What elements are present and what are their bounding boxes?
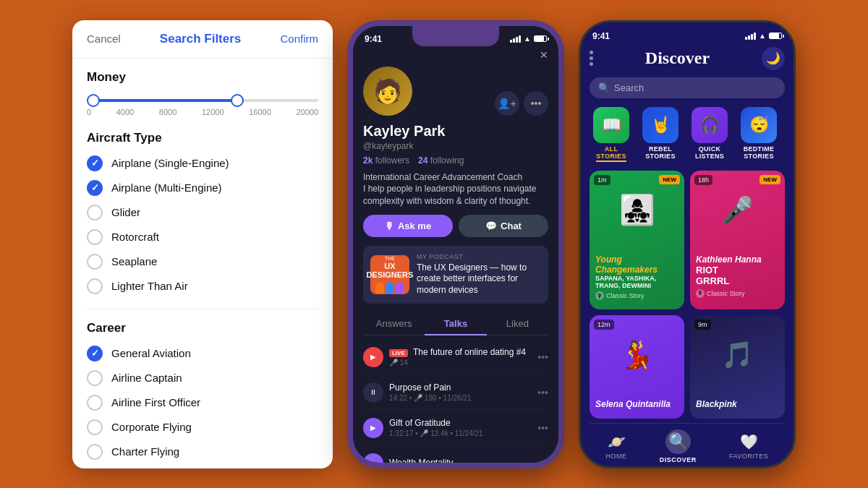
category-quick-listens[interactable]: 🎧 QUICKLISTENS bbox=[688, 107, 731, 162]
more-options-icon[interactable]: ••• bbox=[537, 422, 548, 434]
podcast-card[interactable]: THE UXDESIGNERS MY PODCAST The UX Design… bbox=[363, 246, 548, 304]
close-icon[interactable]: ✕ bbox=[540, 49, 548, 61]
nav-item-home[interactable]: 🪐 HOME bbox=[606, 433, 627, 460]
card-selena-quintanilla[interactable]: 12m 💃 Selena Quintanilla bbox=[590, 315, 684, 419]
search-filters-panel: Cancel Search Filters Confirm Money 0 40… bbox=[72, 20, 333, 468]
discover-phone: 9:41 ▲ Dis bbox=[579, 20, 796, 468]
profile-name: Kayley Park bbox=[363, 123, 548, 140]
discover-header: Discover 🌙 bbox=[590, 44, 785, 70]
list-item[interactable]: Seaplane bbox=[87, 254, 318, 270]
checkbox-lighter-than-air[interactable] bbox=[87, 278, 103, 294]
checkbox-general-aviation[interactable] bbox=[87, 346, 103, 361]
play-button[interactable]: ▶ bbox=[363, 347, 383, 367]
profile-top-actions: ✕ bbox=[363, 48, 548, 61]
menu-dots-icon[interactable] bbox=[590, 51, 593, 66]
more-options-icon[interactable]: ••• bbox=[537, 387, 548, 398]
checkbox-airplane-multi[interactable] bbox=[87, 180, 103, 196]
list-item: ⏸ Purpose of Pain 14:22 • 🎤 190 • 11/26/… bbox=[363, 377, 548, 409]
discover-title: Discover bbox=[645, 48, 710, 68]
checkbox-airline-captain[interactable] bbox=[87, 370, 103, 386]
checkbox-glider[interactable] bbox=[87, 205, 103, 221]
confirm-button[interactable]: Confirm bbox=[280, 33, 318, 45]
talk-title: Wealth Mentality bbox=[389, 458, 532, 463]
quick-listens-icon: 🎧 bbox=[692, 107, 728, 143]
checkbox-airplane-single[interactable] bbox=[87, 155, 103, 171]
card-badge: NEW bbox=[760, 175, 780, 184]
signal-bars-icon bbox=[745, 33, 756, 40]
tab-liked[interactable]: Liked bbox=[487, 312, 548, 335]
checkbox-seaplane[interactable] bbox=[87, 254, 103, 270]
list-item[interactable]: Airline Captain bbox=[87, 370, 318, 386]
nav-item-favorites[interactable]: 🤍 FAVORITES bbox=[729, 433, 768, 460]
search-bar[interactable]: 🔍 Search bbox=[590, 77, 785, 98]
discover-cards-grid: 1m NEW 👩‍👧‍👧 Young Changemakers SAPANA, … bbox=[590, 171, 785, 419]
play-button[interactable]: ▶ bbox=[363, 418, 383, 438]
chat-icon: 💬 bbox=[485, 221, 497, 231]
category-bedtime-stories[interactable]: 😴 BEDTIMESTORIES bbox=[737, 107, 780, 162]
moon-button[interactable]: 🌙 bbox=[762, 47, 785, 70]
nav-label: FAVORITES bbox=[729, 453, 768, 460]
slider-thumb-left[interactable] bbox=[87, 94, 100, 107]
discover-time: 9:41 bbox=[592, 31, 610, 41]
card-kathleen-hanna[interactable]: 18h NEW 🎤 Kathleen Hanna RIOTGRRRL 🎙 Cla… bbox=[690, 171, 785, 309]
career-checkbox-group: General Aviation Airline Captain Airline… bbox=[87, 346, 318, 460]
list-item[interactable]: Rotorcraft bbox=[87, 229, 318, 245]
battery-icon bbox=[534, 35, 547, 42]
discover-status-bar: 9:41 ▲ bbox=[581, 22, 793, 44]
list-item[interactable]: Glider bbox=[87, 205, 318, 221]
checkbox-airline-first-officer[interactable] bbox=[87, 395, 103, 411]
aircraft-checkbox-group: Airplane (Single-Engine) Airplane (Multi… bbox=[87, 155, 318, 294]
checkbox-rotorcraft[interactable] bbox=[87, 229, 103, 245]
profile-stats: 2k followers 24 following bbox=[363, 155, 548, 166]
favorites-icon: 🤍 bbox=[740, 433, 758, 450]
list-item: ▶ LIVE The future of online dating #4 🎤 … bbox=[363, 341, 548, 374]
search-input[interactable]: Search bbox=[614, 82, 644, 93]
nav-label: DISCOVER bbox=[660, 456, 697, 463]
play-button[interactable]: ▶ bbox=[363, 453, 383, 463]
chat-button[interactable]: 💬 Chat bbox=[459, 215, 548, 237]
podcast-info: MY PODCAST The UX Designers — how to cre… bbox=[417, 253, 541, 296]
card-type-badge: 🎙 Classic Story bbox=[595, 291, 678, 300]
discover-icon: 🔍 bbox=[668, 432, 688, 450]
pause-button[interactable]: ⏸ bbox=[363, 382, 383, 403]
card-young-changemakers[interactable]: 1m NEW 👩‍👧‍👧 Young Changemakers SAPANA, … bbox=[590, 171, 684, 309]
checkbox-charter-flying[interactable] bbox=[87, 444, 103, 460]
list-item[interactable]: Airplane (Single-Engine) bbox=[87, 155, 318, 171]
home-icon: 🪐 bbox=[608, 433, 626, 450]
list-item[interactable]: Charter Flying bbox=[87, 444, 318, 460]
cancel-button[interactable]: Cancel bbox=[87, 33, 121, 45]
card-time: 1m bbox=[594, 175, 610, 185]
avatar: 🧑 bbox=[363, 67, 412, 116]
list-item[interactable]: Lighter Than Air bbox=[87, 278, 318, 294]
profile-action-buttons: 👤+ ••• bbox=[495, 91, 548, 116]
more-options-button[interactable]: ••• bbox=[524, 91, 548, 116]
rebel-stories-icon: 🤘 bbox=[642, 107, 678, 143]
more-options-icon[interactable]: ••• bbox=[537, 351, 548, 363]
more-options-icon[interactable]: ••• bbox=[537, 458, 548, 463]
category-all-stories[interactable]: 📖 ALLSTORIES bbox=[590, 107, 633, 162]
list-item[interactable]: Airplane (Multi-Engine) bbox=[87, 180, 318, 196]
ask-me-button[interactable]: 🎙 Ask me bbox=[363, 215, 453, 237]
card-bottom: Kathleen Hanna RIOTGRRRL 🎙 Classic Story bbox=[690, 250, 785, 304]
list-item[interactable]: Corporate Flying bbox=[87, 419, 318, 435]
money-slider[interactable]: 0 4000 8000 12000 16000 20000 bbox=[87, 99, 318, 116]
list-item[interactable]: General Aviation bbox=[87, 346, 318, 361]
profile-talks-list: ▶ LIVE The future of online dating #4 🎤 … bbox=[363, 341, 548, 463]
tab-answers[interactable]: Answers bbox=[363, 312, 425, 335]
screenshots-container: Cancel Search Filters Confirm Money 0 40… bbox=[0, 0, 868, 488]
list-item[interactable]: Airline First Officer bbox=[87, 395, 318, 411]
nav-item-discover[interactable]: 🔍 DISCOVER bbox=[660, 429, 697, 463]
category-rebel-stories[interactable]: 🤘 REBELSTORIES bbox=[639, 107, 682, 162]
podcast-tag: MY PODCAST bbox=[417, 253, 541, 260]
podcast-title: The UX Designers — how to create better … bbox=[417, 262, 541, 296]
tab-talks[interactable]: Talks bbox=[425, 312, 486, 335]
category-label: BEDTIMESTORIES bbox=[744, 145, 775, 160]
add-user-button[interactable]: 👤+ bbox=[495, 91, 519, 116]
talk-title: Gift of Gratitude bbox=[389, 418, 532, 428]
talk-title: Purpose of Pain bbox=[389, 382, 532, 393]
slider-thumb-right[interactable] bbox=[231, 94, 244, 107]
card-blackpink[interactable]: 9m 🎵 Blackpink bbox=[690, 315, 785, 419]
live-badge: LIVE bbox=[389, 349, 408, 357]
checkbox-corporate-flying[interactable] bbox=[87, 419, 103, 435]
card-badge: NEW bbox=[659, 175, 680, 184]
